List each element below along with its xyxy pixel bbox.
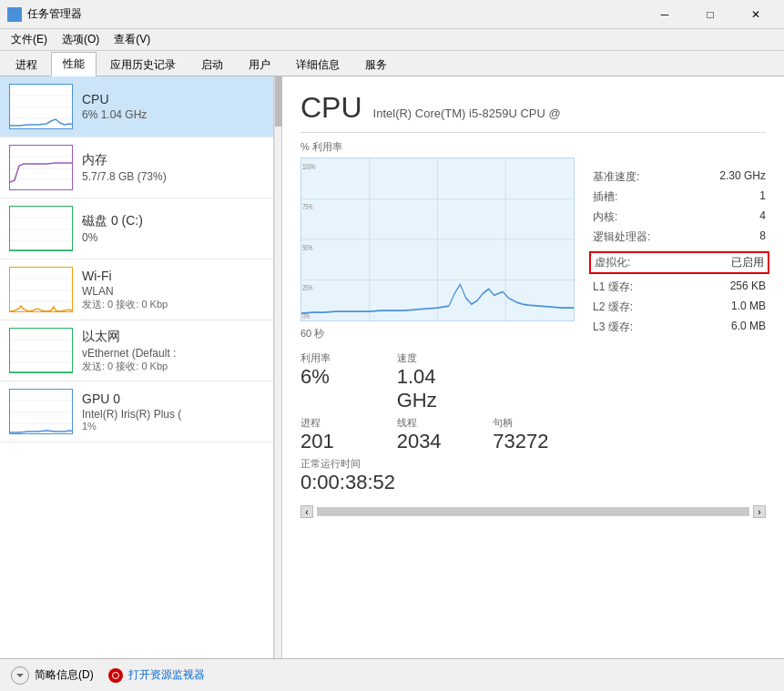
sidebar-item-ethernet[interactable]: 以太网 vEthernet (Default : 发送: 0 接收: 0 Kbp	[0, 320, 273, 381]
scroll-left-btn[interactable]: ‹	[300, 505, 313, 518]
gpu-mini-graph	[9, 389, 73, 434]
cpu-name: CPU	[82, 92, 264, 107]
sidebar-scrollbar[interactable]	[274, 76, 281, 658]
scroll-right-btn[interactable]: ›	[753, 505, 766, 518]
cpu-mini-graph	[9, 84, 73, 129]
info-logical-value: 8	[759, 229, 766, 245]
mem-mini-graph	[9, 145, 73, 190]
menu-bar: 文件(E) 选项(O) 查看(V)	[0, 29, 784, 51]
sidebar-scroll-thumb[interactable]	[275, 76, 282, 127]
svg-rect-5	[10, 85, 73, 129]
scroll-track	[317, 507, 749, 516]
tab-app-history[interactable]: 应用历史记录	[98, 53, 188, 76]
cpu-info: CPU 6% 1.04 GHz	[82, 92, 264, 121]
stat-processes: 进程 201	[300, 416, 382, 453]
svg-text:100%: 100%	[302, 161, 316, 171]
eth-mini-graph	[9, 328, 73, 373]
tab-performance[interactable]: 性能	[51, 52, 97, 76]
monitor-button[interactable]: 打开资源监视器	[108, 667, 205, 683]
wifi-ssid: WLAN	[82, 285, 264, 298]
cpu-title: CPU	[300, 91, 362, 125]
svg-rect-4	[15, 15, 18, 18]
left-panel: CPU 6% 1.04 GHz 内存	[0, 76, 274, 658]
info-base-speed: 基准速度: 2.30 GHz	[593, 168, 766, 188]
svg-rect-1	[11, 11, 14, 14]
mem-name: 内存	[82, 152, 264, 168]
stat-speed: 速度 1.04 GHz	[397, 351, 479, 412]
svg-text:25%: 25%	[302, 283, 312, 293]
tab-processes[interactable]: 进程	[4, 53, 49, 76]
info-l3: L3 缓存: 6.0 MB	[593, 318, 766, 338]
menu-view[interactable]: 查看(V)	[107, 30, 158, 49]
wifi-mini-graph	[9, 267, 73, 312]
svg-rect-3	[11, 15, 14, 18]
svg-marker-41	[16, 674, 24, 677]
stat-uptime: 正常运行时间 0:00:38:52	[300, 457, 575, 494]
svg-rect-2	[15, 11, 18, 14]
info-logical-label: 逻辑处理器:	[593, 229, 650, 245]
stat-speed-label: 速度	[397, 351, 479, 365]
info-sockets-label: 插槽:	[593, 189, 617, 205]
tab-services[interactable]: 服务	[353, 53, 399, 76]
gpu-name: GPU 0	[82, 391, 264, 406]
info-l2-label: L2 缓存:	[593, 300, 633, 315]
eth-info: 以太网 vEthernet (Default : 发送: 0 接收: 0 Kbp	[82, 329, 264, 373]
monitor-inner-icon	[112, 672, 119, 679]
info-l3-label: L3 缓存:	[593, 320, 633, 335]
stat-utilization: 利用率 6%	[300, 351, 382, 412]
stat-uptime-value: 0:00:38:52	[300, 471, 575, 494]
cpu-graph: 100% 75% 50% 25% 0%	[300, 158, 575, 321]
cpu-header: CPU Intel(R) Core(TM) i5-8259U CPU @	[300, 91, 766, 133]
cpu-usage: 6% 1.04 GHz	[82, 108, 264, 121]
info-virt-value: 已启用	[731, 255, 764, 270]
tab-details[interactable]: 详细信息	[284, 53, 351, 76]
sidebar-item-gpu[interactable]: GPU 0 Intel(R) Iris(R) Plus ( 1%	[0, 381, 273, 442]
sidebar-item-cpu[interactable]: CPU 6% 1.04 GHz	[0, 76, 273, 137]
stat-handles: 句柄 73272	[493, 416, 575, 453]
title-bar: 任务管理器 ─ □ ✕	[0, 0, 784, 29]
info-cores-label: 内核:	[593, 209, 617, 225]
stats-row-2: 进程 201 线程 2034 句柄 73272	[300, 416, 575, 453]
svg-rect-17	[10, 268, 73, 312]
window-title: 任务管理器	[27, 6, 82, 22]
tab-users[interactable]: 用户	[237, 53, 282, 76]
info-virtualization: 虚拟化: 已启用	[589, 251, 769, 274]
eth-stats: 发送: 0 接收: 0 Kbp	[82, 360, 264, 373]
stat-uptime-label: 正常运行时间	[300, 457, 575, 471]
app-icon	[7, 7, 22, 22]
svg-rect-13	[10, 207, 73, 251]
info-cores: 内核: 4	[593, 208, 766, 228]
svg-text:50%: 50%	[302, 242, 312, 252]
disk-mini-graph	[9, 206, 73, 251]
info-logical: 逻辑处理器: 8	[593, 228, 766, 248]
info-sockets-value: 1	[759, 189, 766, 205]
gpu-usage: 1%	[82, 421, 264, 432]
collapse-button[interactable]: 简略信息(D)	[11, 666, 94, 685]
monitor-icon	[108, 668, 123, 683]
tab-startup[interactable]: 启动	[189, 53, 235, 76]
sidebar-item-wifi[interactable]: Wi-Fi WLAN 发送: 0 接收: 0 Kbp	[0, 259, 273, 320]
stat-threads-value: 2034	[397, 430, 479, 453]
minimize-button[interactable]: ─	[644, 5, 686, 24]
cpu-subtitle: Intel(R) Core(TM) i5-8259U CPU @	[373, 107, 561, 120]
menu-options[interactable]: 选项(O)	[55, 30, 107, 49]
title-left: 任务管理器	[7, 6, 82, 22]
stat-utilization-value: 6%	[300, 365, 382, 389]
mem-usage: 5.7/7.8 GB (73%)	[82, 170, 264, 183]
eth-adapter: vEthernet (Default :	[82, 347, 264, 360]
close-button[interactable]: ✕	[735, 5, 777, 24]
menu-file[interactable]: 文件(E)	[4, 30, 55, 49]
horizontal-scrollbar[interactable]: ‹ ›	[300, 505, 766, 518]
wifi-info: Wi-Fi WLAN 发送: 0 接收: 0 Kbp	[82, 269, 264, 311]
eth-name: 以太网	[82, 329, 264, 345]
gpu-info: GPU 0 Intel(R) Iris(R) Plus ( 1%	[82, 391, 264, 432]
info-l1-label: L1 缓存:	[593, 279, 633, 295]
sidebar-item-memory[interactable]: 内存 5.7/7.8 GB (73%)	[0, 137, 273, 198]
tab-bar: 进程 性能 应用历史记录 启动 用户 详细信息 服务	[0, 51, 784, 76]
gpu-model: Intel(R) Iris(R) Plus (	[82, 408, 264, 421]
sidebar-item-disk[interactable]: 磁盘 0 (C:) 0%	[0, 198, 273, 259]
info-virt-label: 虚拟化:	[595, 255, 630, 270]
maximize-button[interactable]: □	[689, 5, 731, 24]
info-l2-value: 1.0 MB	[731, 300, 766, 315]
stat-empty-1	[493, 351, 575, 412]
